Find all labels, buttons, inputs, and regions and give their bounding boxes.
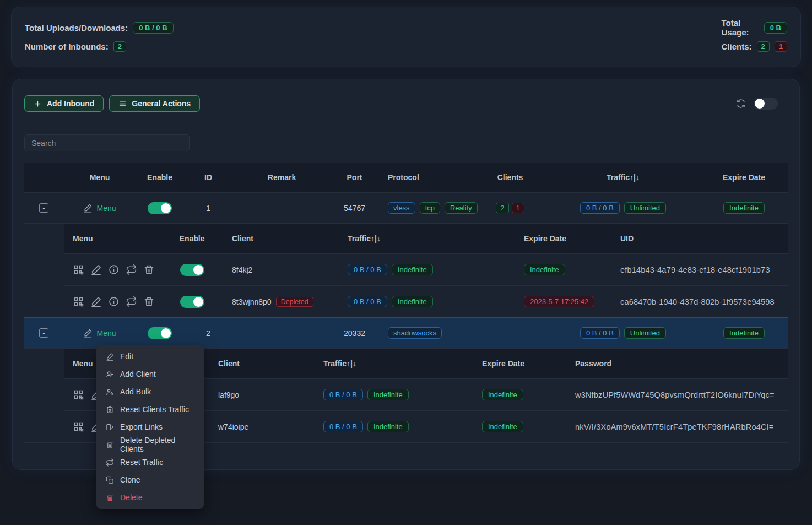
protocol-tag-vless: vless bbox=[388, 202, 415, 214]
expire-badge: Indefinite bbox=[723, 202, 765, 214]
inbound-enable-toggle[interactable] bbox=[148, 202, 172, 214]
stat-inbounds-label: Number of Inbounds: bbox=[25, 42, 109, 51]
client-expire-badge: Indefinite bbox=[524, 264, 565, 275]
inbound-enable-toggle[interactable] bbox=[148, 327, 172, 339]
clients-cell: 2 1 bbox=[474, 203, 546, 213]
clients-total-badge: 2 bbox=[496, 203, 508, 213]
header-enable: Enable bbox=[136, 173, 184, 182]
context-menu-item-export-links[interactable]: Export Links bbox=[96, 418, 204, 436]
inbound-menu-label: Menu bbox=[96, 329, 116, 338]
delete-icon bbox=[106, 494, 114, 502]
traffic-value-badge: 0 B / 0 B bbox=[580, 202, 620, 214]
context-menu-label: Add Bulk bbox=[120, 387, 151, 396]
client-expire-badge: Indefinite bbox=[482, 389, 523, 400]
header-expire-date: Expire Date bbox=[700, 173, 788, 182]
client-traffic-badge: 0 B / 0 B bbox=[323, 421, 363, 432]
reset-traffic-icon[interactable] bbox=[126, 264, 137, 275]
client-expire-badge: Indefinite bbox=[482, 421, 523, 432]
client-traffic-badge: 0 B / 0 B bbox=[348, 296, 387, 307]
reset-traffic-icon[interactable] bbox=[126, 296, 137, 307]
client-traffic-limit-badge: Indefinite bbox=[392, 296, 433, 307]
client-name: 8t3wjnn8p0 bbox=[232, 297, 272, 306]
protocol-tag-tcp: tcp bbox=[420, 202, 440, 214]
stat-clients-depleted-badge: 1 bbox=[775, 41, 787, 52]
edit-client-icon[interactable] bbox=[90, 264, 102, 275]
client-name-cell: w74ioipe bbox=[210, 423, 315, 431]
info-icon[interactable] bbox=[108, 296, 120, 307]
client-name: w74ioipe bbox=[218, 423, 248, 431]
inbound-context-menu: Edit Add Client Add Bulk Reset Clients T… bbox=[96, 345, 204, 509]
stat-usage-label: Total Usage: bbox=[722, 18, 759, 37]
info-icon[interactable] bbox=[108, 264, 120, 275]
context-menu-label: Delete bbox=[120, 493, 142, 502]
collapse-row-button[interactable]: - bbox=[39, 328, 48, 338]
traffic-cell: 0 B / 0 B Unlimited bbox=[546, 202, 700, 214]
qrcode-icon[interactable] bbox=[73, 389, 84, 400]
inbound-row-1: - Menu 1 54767 vless tcp bbox=[24, 192, 788, 223]
context-menu-item-reset-clients-traffic[interactable]: Reset Clients Traffic bbox=[96, 400, 204, 418]
context-menu-item-add-bulk[interactable]: Add Bulk bbox=[96, 383, 204, 400]
menu-cell: Menu bbox=[64, 328, 136, 338]
stat-uploads-badge: 0 B / 0 B bbox=[133, 22, 173, 34]
toggle-knob bbox=[193, 265, 203, 275]
protocol-cell: shadowsocks bbox=[378, 327, 474, 339]
qrcode-icon[interactable] bbox=[73, 421, 84, 432]
client-expire-date-badge: 2023-5-7 17:25:42 bbox=[524, 296, 594, 307]
delete-client-icon[interactable] bbox=[143, 264, 155, 275]
theme-toggle[interactable] bbox=[754, 98, 778, 110]
client-traffic-badge: 0 B / 0 B bbox=[348, 264, 387, 275]
header-remark: Remark bbox=[232, 173, 331, 182]
header-traffic: Traffic↑|↓ bbox=[546, 173, 700, 182]
c1-header-menu: Menu bbox=[64, 234, 169, 243]
general-actions-button[interactable]: General Actions bbox=[109, 95, 200, 112]
client-name: 8f4kj2 bbox=[232, 266, 252, 274]
client-enable-toggle[interactable] bbox=[180, 296, 204, 308]
c2-header-expire: Expire Date bbox=[474, 359, 568, 368]
stat-usage-badge: 0 B bbox=[764, 22, 787, 34]
edit-client-icon[interactable] bbox=[90, 296, 102, 307]
stats-card: Total Uploads/Downloads: 0 B / 0 B Total… bbox=[11, 7, 801, 67]
clients-count-badges: 2 1 bbox=[496, 203, 524, 213]
add-inbound-button[interactable]: Add Inbound bbox=[24, 95, 104, 112]
export-links-icon bbox=[106, 423, 114, 431]
inbound-menu-trigger[interactable]: Menu bbox=[83, 328, 116, 338]
enable-cell bbox=[136, 327, 184, 339]
client-traffic-cell: 0 B / 0 B Indefinite bbox=[315, 389, 474, 400]
context-menu-item-delete[interactable]: Delete bbox=[96, 489, 204, 506]
inbound-menu-trigger[interactable]: Menu bbox=[83, 203, 116, 213]
expand-cell: - bbox=[24, 203, 64, 213]
refresh-icon[interactable] bbox=[736, 99, 746, 109]
qrcode-icon[interactable] bbox=[73, 296, 84, 307]
delete-client-icon[interactable] bbox=[143, 296, 155, 307]
context-menu-label: Delete Depleted Clients bbox=[120, 436, 194, 453]
expire-cell: Indefinite bbox=[700, 327, 788, 339]
context-menu-label: Clone bbox=[120, 475, 140, 484]
client-name: laf9go bbox=[218, 391, 239, 399]
context-menu-item-clone[interactable]: Clone bbox=[96, 471, 204, 489]
protocol-tag-shadowsocks: shadowsocks bbox=[388, 327, 442, 339]
toggle-knob bbox=[193, 297, 203, 307]
client-expire-cell: Indefinite bbox=[474, 421, 568, 432]
expire-cell: Indefinite bbox=[700, 202, 788, 214]
context-menu-item-add-client[interactable]: Add Client bbox=[96, 365, 204, 383]
context-menu-item-edit[interactable]: Edit bbox=[96, 348, 204, 365]
client-uid: efb14b43-4a79-4e83-ef18-e48cf1901b73 bbox=[612, 266, 788, 274]
c2-header-password: Password bbox=[568, 359, 788, 368]
client-enable-toggle[interactable] bbox=[180, 264, 204, 276]
context-menu-label: Reset Traffic bbox=[120, 458, 163, 467]
inbound-row-2: - Menu 2 20332 shadowsocks bbox=[24, 317, 788, 348]
menu-bars-icon bbox=[118, 100, 127, 108]
edit-icon bbox=[106, 353, 114, 361]
protocol-tags: vless tcp Reality bbox=[388, 202, 478, 214]
qrcode-icon[interactable] bbox=[73, 264, 84, 275]
context-menu-item-reset-traffic[interactable]: Reset Traffic bbox=[96, 453, 204, 471]
context-menu-item-delete-depleted-clients[interactable]: Delete Depleted Clients bbox=[96, 436, 204, 453]
depleted-badge: Depleted bbox=[276, 297, 313, 307]
collapse-row-button[interactable]: - bbox=[39, 203, 48, 213]
theme-toggle-knob bbox=[755, 99, 765, 109]
port-cell: 20332 bbox=[331, 329, 378, 338]
c1-header-expire: Expire Date bbox=[496, 234, 612, 243]
context-menu-label: Edit bbox=[120, 352, 133, 361]
context-menu-label: Export Links bbox=[120, 423, 163, 431]
search-input[interactable] bbox=[24, 134, 190, 151]
